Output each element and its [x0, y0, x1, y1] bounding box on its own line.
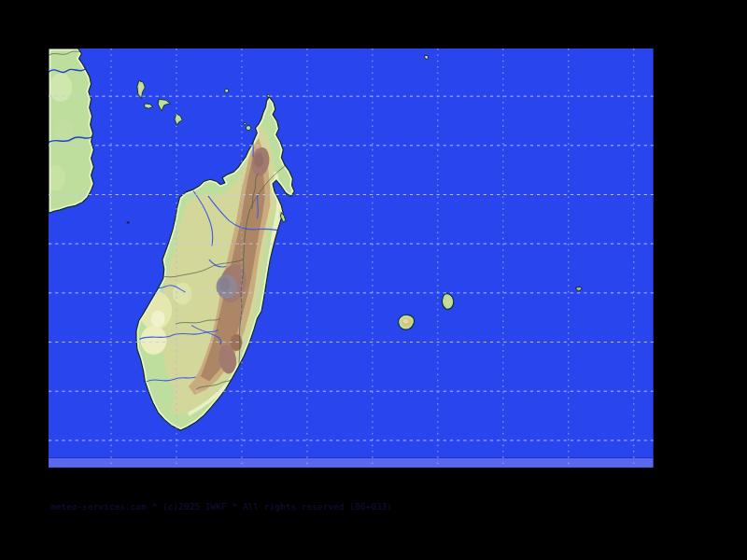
karthala-ridge [139, 84, 142, 91]
reunion-island [399, 315, 415, 329]
ocean [49, 49, 654, 457]
footer-bar [49, 457, 654, 468]
africa-mainland [49, 49, 93, 213]
nosy-be-island [246, 126, 250, 131]
juan-de-nova-island [127, 222, 130, 224]
mauritius-island [443, 293, 454, 309]
cap-ambre-islet [267, 94, 270, 97]
footer-credit-text: meteo-services.com * (c)2025 IWKF * All … [50, 501, 697, 511]
screenshot-root: meteo-services.com * (c)2025 IWKF * All … [0, 0, 747, 560]
glorioso-island [225, 89, 229, 92]
weather-map-canvas [49, 49, 698, 511]
nosy-mitsio-island [244, 122, 246, 124]
